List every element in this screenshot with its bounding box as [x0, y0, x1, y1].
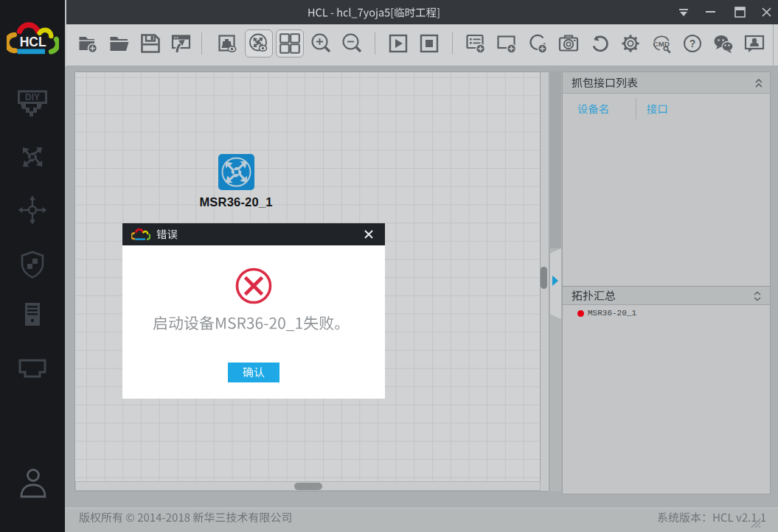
svg-text:?: ?	[690, 38, 696, 49]
svg-text:HCL: HCL	[20, 35, 46, 49]
svg-text:DIY: DIY	[25, 92, 40, 102]
